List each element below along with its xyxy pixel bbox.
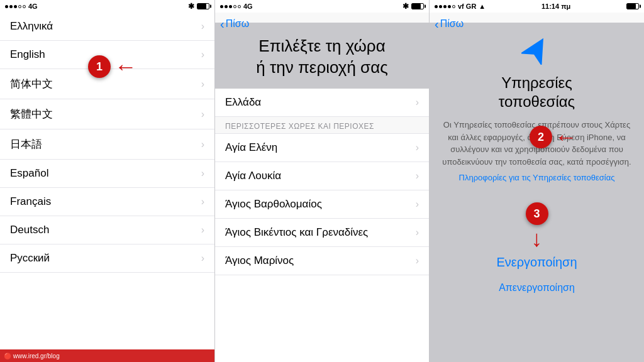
nav-bar-panel3: ‹ Πίσω — [430, 13, 644, 23]
signal-icon — [220, 5, 241, 8]
chevron-right-icon: › — [416, 227, 419, 238]
status-left: 4G — [5, 3, 38, 10]
country-item-st-helena[interactable]: Αγία Ελένη › — [215, 134, 429, 162]
chevron-left-icon: ‹ — [435, 18, 439, 30]
country-panel: 4G ✱ ‹ Πίσω Επιλέξτε τη χώρα ή την περιο… — [214, 0, 430, 362]
language-panel: 4G ✱ Ελληνικά › English › 简体中文 › 繁體中文 › … — [0, 0, 214, 362]
back-button-panel3[interactable]: ‹ Πίσω — [435, 18, 464, 30]
chevron-right-icon: › — [201, 224, 204, 236]
location-services-link[interactable]: Πληροφορίες για τις Υπηρεσίες τοποθεσίας — [459, 173, 615, 182]
battery-icon — [197, 3, 209, 9]
enable-location-button[interactable]: Ενεργοποίηση — [496, 255, 577, 270]
annotation-badge-3: 3 — [526, 202, 548, 225]
chevron-right-icon: › — [201, 109, 204, 120]
country-page-title: Επιλέξτε τη χώρα ή την περιοχή σας — [215, 23, 429, 89]
country-item-st-lucia[interactable]: Αγία Λουκία › — [215, 162, 429, 190]
language-item-german[interactable]: Deutsch › — [0, 216, 214, 244]
chevron-right-icon: › — [416, 170, 419, 182]
country-item-san-marino[interactable]: Άγιος Μαρίνος › — [215, 247, 429, 275]
country-list: Ελλάδα › ΠΕΡΙΣΣΟΤΕΡΕΣ ΧΩΡΕΣ ΚΑΙ ΠΕΡΙΟΧΕΣ… — [215, 89, 429, 362]
location-services-content: Υπηρεσίες τοποθεσίας Οι Υπηρεσίες τοποθε… — [430, 23, 644, 362]
network-label: 4G — [243, 3, 253, 10]
status-bar-panel3: vf GR ▲ 11:14 πμ — [430, 0, 644, 13]
country-item-st-barthelemy[interactable]: Άγιος Βαρθολομαίος › — [215, 190, 429, 219]
language-item-chinese-traditional[interactable]: 繁體中文 › — [0, 99, 214, 129]
chevron-right-icon: › — [201, 253, 204, 264]
chevron-right-icon: › — [201, 21, 204, 32]
battery-icon — [411, 3, 424, 9]
battery-icon — [626, 3, 639, 9]
svg-marker-0 — [521, 33, 553, 65]
back-button-panel2[interactable]: ‹ Πίσω — [220, 18, 249, 30]
location-services-title: Υπηρεσίες τοποθεσίας — [499, 74, 575, 111]
status-right: ✱ — [188, 2, 209, 11]
chevron-right-icon: › — [201, 196, 204, 207]
chevron-right-icon: › — [416, 255, 419, 266]
chevron-right-icon: › — [416, 199, 419, 210]
chevron-right-icon: › — [201, 168, 204, 179]
language-list: Ελληνικά › English › 简体中文 › 繁體中文 › 日本語 ›… — [0, 13, 214, 362]
status-bar-panel1: 4G ✱ — [0, 0, 214, 13]
language-item-greek[interactable]: Ελληνικά › — [0, 13, 214, 41]
network-label: 4G — [28, 3, 38, 10]
country-item-st-vincent[interactable]: Άγιος Βικέντιος και Γρεναδίνες › — [215, 219, 429, 247]
chevron-right-icon: › — [201, 139, 204, 150]
chevron-right-icon: › — [201, 49, 204, 60]
wifi-icon: ▲ — [479, 3, 486, 10]
country-item-greece[interactable]: Ελλάδα › — [215, 89, 429, 117]
chevron-right-icon: › — [201, 79, 204, 90]
location-services-description: Οι Υπηρεσίες τοποθεσίας επιτρέπουν στους… — [442, 119, 631, 168]
location-services-icon — [521, 33, 553, 67]
language-item-spanish[interactable]: Español › — [0, 160, 214, 188]
language-item-russian[interactable]: Русский › — [0, 244, 214, 273]
watermark: 🔴 www.ired.gr/blog — [0, 349, 214, 362]
signal-icon — [5, 5, 26, 8]
chevron-right-icon: › — [416, 97, 419, 108]
location-services-panel: vf GR ▲ 11:14 πμ ‹ Πίσω Υπηρεσίες τοποθε… — [430, 0, 644, 362]
nav-bar-panel2: ‹ Πίσω — [215, 13, 429, 23]
language-item-japanese[interactable]: 日本語 › — [0, 129, 214, 160]
network-label: vf GR — [458, 3, 476, 10]
annotation-3-container: 3 ↓ — [526, 202, 548, 250]
chevron-left-icon: ‹ — [220, 18, 225, 30]
signal-icon — [435, 5, 455, 8]
language-item-french[interactable]: Français › — [0, 188, 214, 216]
chevron-right-icon: › — [416, 142, 419, 153]
status-bar-panel2: 4G ✱ — [215, 0, 429, 13]
language-item-chinese-simplified[interactable]: 简体中文 › — [0, 69, 214, 99]
section-header-more-countries: ΠΕΡΙΣΣΟΤΕΡΕΣ ΧΩΡΕΣ ΚΑΙ ΠΕΡΙΟΧΕΣ — [215, 117, 429, 134]
language-item-english[interactable]: English › — [0, 41, 214, 69]
bluetooth-icon: ✱ — [402, 2, 409, 11]
arrow-down-icon: ↓ — [531, 228, 543, 250]
disable-location-button[interactable]: Απενεργοποίηση — [499, 282, 575, 293]
time-display: 11:14 πμ — [541, 3, 570, 10]
bluetooth-icon: ✱ — [188, 2, 194, 11]
